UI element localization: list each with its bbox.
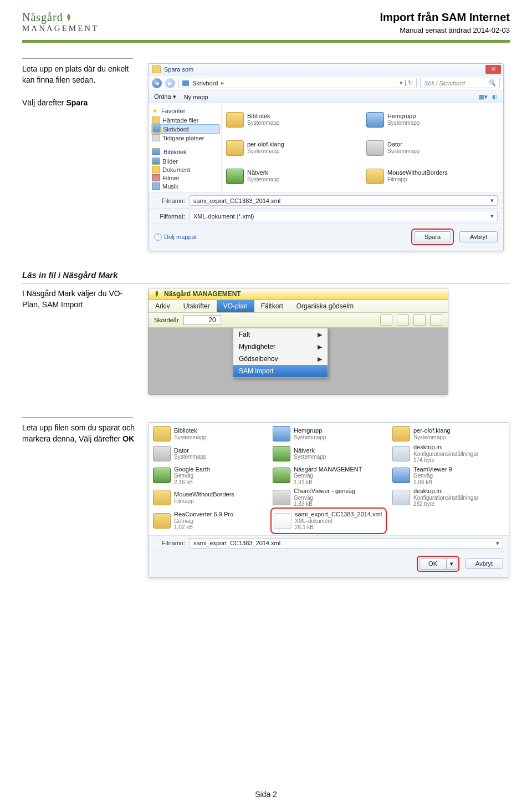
list-item: MouseWithoutBordersFilmapp: [366, 163, 499, 189]
dropdown-item-godselbehov[interactable]: Gödselbehov▶: [233, 353, 328, 365]
open-dialog: BibliotekSystemmappHemgruppSystemmappper…: [148, 422, 509, 578]
pictures-icon: [152, 158, 160, 165]
list-item[interactable]: MouseWithoutBordersFilmapp: [153, 488, 265, 507]
list-item[interactable]: sami_export_CC1383_2014.xmlXML-dokument2…: [273, 510, 385, 532]
filename-label: Filnamn:: [154, 540, 185, 546]
file-icon: [153, 468, 171, 483]
view-icon[interactable]: ▦▾: [479, 93, 488, 100]
menu-voplan[interactable]: VO-plan: [217, 300, 254, 312]
file-icon: [392, 468, 410, 483]
save-as-dialog: Spara som ✕ ◄ ► Skrivbord ▸ ▾ | ↻ Sök i …: [148, 63, 504, 251]
menu-utskrifter[interactable]: Utskrifter: [177, 300, 217, 312]
skordear-input[interactable]: 20: [183, 315, 221, 325]
section-heading: Läs in fil i Näsgård Mark: [22, 270, 510, 280]
file-icon: [273, 490, 290, 505]
back-button[interactable]: ◄: [152, 78, 162, 88]
close-button[interactable]: ✕: [485, 65, 501, 74]
folder-icon: [152, 65, 161, 73]
hide-folders-link[interactable]: ˄Dölj mappar: [154, 233, 197, 241]
list-item[interactable]: ReaConverter 6.9 ProGenväg1,02 kB: [153, 510, 265, 532]
toolbar-icon[interactable]: [397, 314, 409, 326]
voplan-dropdown[interactable]: Fält▶ Myndigheter▶ Gödselbehov▶ SAM impo…: [233, 328, 328, 378]
logo-text-bottom: MANAGEMENT: [22, 24, 99, 33]
file-icon: [273, 426, 290, 441]
organize-menu[interactable]: Ordna ▾: [154, 93, 176, 100]
dropdown-item-samimport[interactable]: SAM import: [233, 365, 328, 377]
leaf-icon: [64, 13, 73, 22]
library-icon: [152, 148, 160, 155]
list-item[interactable]: HemgruppSystemmapp: [273, 426, 385, 441]
homegroup-icon: [366, 112, 384, 128]
doc-subtitle: Manual senast ändrad 2014-02-03: [380, 26, 510, 34]
file-icon: [153, 513, 171, 529]
filename-input[interactable]: sami_export_CC1383_2014.xml▾: [190, 538, 503, 549]
menu-arkiv[interactable]: Arkiv: [149, 300, 177, 312]
dialog-title: Spara som: [164, 66, 193, 73]
folder-icon: [366, 169, 384, 184]
file-icon: [153, 490, 171, 505]
fileformat-select[interactable]: XML-dokument (*.xml)▾: [190, 211, 498, 221]
forward-button[interactable]: ►: [165, 78, 175, 88]
search-icon: 🔍: [488, 79, 496, 87]
computer-icon: [366, 140, 384, 156]
list-item[interactable]: Näsgård MANAGEMENTGenväg1,91 kB: [273, 466, 385, 486]
doc-title: Import från SAM Internet: [380, 11, 510, 24]
list-item: per-olof.klangSystemmapp: [226, 135, 359, 161]
toolbar-icon[interactable]: [413, 314, 426, 326]
cancel-button[interactable]: Avbryt: [465, 558, 503, 569]
instruction-text: Leta upp en plats där du enkelt kan finn…: [22, 63, 139, 108]
leaf-icon: [153, 290, 161, 298]
section-rule: [22, 283, 510, 283]
music-icon: [152, 182, 160, 190]
list-item[interactable]: DatorSystemmapp: [153, 444, 265, 464]
dropdown-item-falt[interactable]: Fält▶: [233, 328, 328, 341]
instruction-text: Leta upp filen som du sparat och markera…: [22, 422, 139, 445]
folder-icon: [226, 112, 244, 128]
list-item: BibliotekSystemmapp: [226, 106, 359, 133]
nav-tree[interactable]: ★Favoriter Hämtade filer Skrivbord Tidig…: [149, 103, 222, 192]
toolbar-icon[interactable]: [380, 314, 392, 326]
list-item: HemgruppSystemmapp: [366, 106, 499, 133]
file-grid[interactable]: BibliotekSystemmapp HemgruppSystemmapp p…: [222, 103, 503, 192]
dropdown-item-myndigheter[interactable]: Myndigheter▶: [233, 341, 328, 353]
videos-icon: [152, 174, 160, 181]
list-item[interactable]: TeamViewer 9Genväg1,06 kB: [392, 466, 504, 486]
menubar[interactable]: Arkiv Utskrifter VO-plan Fältkort Organi…: [149, 300, 448, 313]
toolbar-icon[interactable]: [430, 314, 442, 326]
file-icon: [273, 468, 290, 483]
list-item[interactable]: BibliotekSystemmapp: [153, 426, 265, 441]
folder-icon: [152, 116, 160, 124]
list-item[interactable]: NätverkSystemmapp: [273, 444, 385, 464]
nasgard-app: Näsgård MANAGEMENT Arkiv Utskrifter VO-p…: [148, 288, 448, 395]
breadcrumb[interactable]: Skrivbord ▸ ▾ | ↻: [178, 78, 417, 88]
list-item: NätverkSystemmapp: [226, 163, 359, 189]
list-item[interactable]: Google EarthGenväg2,16 kB: [153, 466, 265, 486]
app-title: Näsgård MANAGEMENT: [164, 290, 241, 298]
save-button[interactable]: Spara: [414, 231, 451, 242]
filename-label: Filnamn:: [154, 197, 185, 204]
menu-faltkort[interactable]: Fältkort: [254, 300, 290, 312]
fileformat-label: Filformat:: [154, 213, 185, 220]
list-item[interactable]: desktop.iniKonfigurationsinställningar17…: [392, 444, 504, 464]
file-grid[interactable]: BibliotekSystemmappHemgruppSystemmappper…: [149, 423, 509, 535]
logo: Näsgård MANAGEMENT: [22, 11, 99, 33]
list-item[interactable]: desktop.iniKonfigurationsinställningar28…: [392, 488, 504, 507]
ok-button[interactable]: OK▾: [419, 558, 457, 570]
header-rule: [22, 40, 510, 43]
filename-input[interactable]: sami_export_CC1383_2014.xml▾: [190, 195, 498, 206]
chevron-down-icon[interactable]: ▾: [446, 559, 457, 569]
section-rule: [22, 417, 133, 418]
menu-organiska[interactable]: Organiska gödselm: [290, 300, 360, 312]
list-item[interactable]: ChunkViewer - genvägGenväg1,33 kB: [273, 488, 385, 507]
file-icon: [273, 446, 290, 461]
file-icon: [392, 426, 410, 441]
list-item[interactable]: per-olof.klangSystemmapp: [392, 426, 504, 441]
help-icon[interactable]: ◐: [492, 93, 498, 100]
search-input[interactable]: Sök i Skrivbord 🔍: [420, 78, 500, 88]
save-button-highlight: Spara: [411, 229, 454, 245]
desktop-icon: [182, 80, 189, 86]
star-icon: ★: [152, 107, 158, 115]
cancel-button[interactable]: Avbryt: [459, 231, 498, 242]
user-icon: [226, 140, 244, 156]
new-folder-button[interactable]: Ny mapp: [184, 94, 208, 100]
